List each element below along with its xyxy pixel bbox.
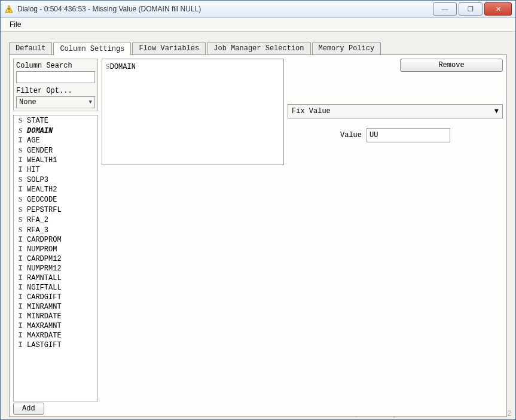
add-button-row: Add <box>13 401 98 413</box>
column-item[interactable]: SSOLP3 <box>14 175 97 185</box>
integer-type-icon: I <box>16 136 25 145</box>
close-icon: ✕ <box>496 5 501 13</box>
left-pane: Column Search Filter Opt... None ▼ SSTAT… <box>13 59 98 413</box>
config-controls: Remove Fix Value ▼ Value <box>288 59 503 165</box>
column-search-label: Column Search <box>16 62 95 70</box>
warning-icon <box>4 4 14 14</box>
column-item[interactable]: SRFA_2 <box>14 215 97 225</box>
string-type-icon: S <box>16 195 25 204</box>
tab-column-settings[interactable]: Column Settings <box>53 42 131 55</box>
column-name: PEPSTRFL <box>27 206 62 214</box>
filter-options-combo[interactable]: None ▼ <box>16 96 95 108</box>
add-button[interactable]: Add <box>13 403 44 415</box>
close-button[interactable]: ✕ <box>484 2 512 16</box>
remove-button[interactable]: Remove <box>400 59 503 72</box>
string-type-icon: S <box>16 126 25 135</box>
chevron-down-icon: ▼ <box>89 99 92 105</box>
integer-type-icon: I <box>16 331 25 340</box>
tab-memory-policy[interactable]: Memory Policy <box>312 42 381 54</box>
column-item[interactable]: IMINRDATE <box>14 312 97 321</box>
svg-rect-1 <box>8 8 9 10</box>
string-type-icon: S <box>16 215 25 224</box>
value-row: Value <box>288 128 503 142</box>
column-item[interactable]: IHIT <box>14 165 97 175</box>
string-type-icon: S <box>16 116 25 125</box>
integer-type-icon: I <box>16 303 25 311</box>
column-item[interactable]: SGENDER <box>14 145 97 156</box>
column-item[interactable]: SGEOCODE <box>14 194 97 205</box>
column-name: NGIFTALL <box>27 284 62 292</box>
integer-type-icon: I <box>16 284 25 292</box>
column-item[interactable]: SRFA_3 <box>14 225 97 235</box>
integer-type-icon: I <box>16 156 25 165</box>
spacer <box>102 169 503 413</box>
menubar: File <box>1 18 515 32</box>
integer-type-icon: I <box>16 264 25 273</box>
tab-default[interactable]: Default <box>9 42 52 54</box>
column-name: GEOCODE <box>27 196 57 204</box>
value-input[interactable] <box>367 128 450 142</box>
selected-columns-box[interactable]: SDOMAIN <box>102 59 284 165</box>
column-item[interactable]: IAGE <box>14 136 97 145</box>
integer-type-icon: I <box>16 322 25 330</box>
chevron-down-icon: ▼ <box>494 107 499 115</box>
filter-options-label: Filter Opt... <box>16 87 95 95</box>
column-item[interactable]: ILASTGIFT <box>14 340 97 350</box>
integer-type-icon: I <box>16 293 25 302</box>
menu-file[interactable]: File <box>4 19 26 31</box>
column-name: WEALTH1 <box>27 156 57 165</box>
column-name: MINRDATE <box>27 312 62 321</box>
column-item[interactable]: ICARDGIFT <box>14 293 97 302</box>
column-item[interactable]: IWEALTH1 <box>14 156 97 165</box>
dialog-window: Dialog - 0:504:436:53 - Missing Value (D… <box>0 0 516 420</box>
column-name: CARDGIFT <box>27 293 62 302</box>
column-item[interactable]: INUMPRM12 <box>14 264 97 273</box>
column-item[interactable]: IMAXRDATE <box>14 331 97 340</box>
selected-column-name: DOMAIN <box>110 63 136 71</box>
tab-job-manager[interactable]: Job Manager Selection <box>207 42 310 54</box>
column-item[interactable]: SDOMAIN <box>14 126 97 136</box>
column-name: WEALTH2 <box>27 185 57 194</box>
column-item[interactable]: SSTATE <box>14 115 97 126</box>
column-name: LASTGIFT <box>27 341 62 349</box>
integer-type-icon: I <box>16 245 25 254</box>
column-name: NUMPROM <box>27 245 57 254</box>
strategy-label: Fix Value <box>292 107 331 115</box>
string-type-icon: S <box>16 146 25 155</box>
column-item[interactable]: IMAXRAMNT <box>14 321 97 331</box>
maximize-button[interactable]: ❐ <box>459 2 483 16</box>
integer-type-icon: I <box>16 236 25 244</box>
titlebar: Dialog - 0:504:436:53 - Missing Value (D… <box>1 1 515 18</box>
tab-body: Column Search Filter Opt... None ▼ SSTAT… <box>9 54 507 417</box>
minimize-button[interactable]: — <box>433 2 457 16</box>
column-name: MAXRDATE <box>27 331 62 340</box>
column-name: NUMPRM12 <box>27 264 62 273</box>
column-item[interactable]: IWEALTH2 <box>14 185 97 194</box>
column-item[interactable]: ICARDPM12 <box>14 254 97 264</box>
selected-column-item[interactable]: SDOMAIN <box>105 62 281 72</box>
column-item[interactable]: SPEPSTRFL <box>14 205 97 215</box>
integer-type-icon: I <box>16 166 25 174</box>
client-area: Default Column Settings Flow Variables J… <box>1 32 515 420</box>
column-name: CARDPM12 <box>27 255 62 263</box>
strategy-combo[interactable]: Fix Value ▼ <box>288 104 503 118</box>
integer-type-icon: I <box>16 255 25 263</box>
column-item[interactable]: INUMPROM <box>14 245 97 254</box>
column-list[interactable]: SSTATESDOMAINIAGESGENDERIWEALTH1IHITSSOL… <box>13 115 98 401</box>
column-name: RFA_2 <box>27 216 48 224</box>
string-type-icon: S <box>16 205 25 214</box>
column-name: DOMAIN <box>27 127 53 135</box>
column-name: MAXRAMNT <box>27 322 62 330</box>
window-buttons: — ❐ ✕ <box>431 2 512 16</box>
column-item[interactable]: INGIFTALL <box>14 283 97 293</box>
column-settings-panel: Column Search Filter Opt... None ▼ SSTAT… <box>13 59 503 413</box>
column-search-input[interactable] <box>16 71 95 83</box>
column-item[interactable]: IMINRAMNT <box>14 302 97 312</box>
integer-type-icon: I <box>16 312 25 321</box>
column-item[interactable]: IRAMNTALL <box>14 273 97 283</box>
column-item[interactable]: ICARDPROM <box>14 235 97 245</box>
column-search-panel: Column Search Filter Opt... None ▼ <box>13 59 98 111</box>
tab-flow-variables[interactable]: Flow Variables <box>132 42 206 54</box>
tabstrip: Default Column Settings Flow Variables J… <box>9 40 507 54</box>
column-name: STATE <box>27 117 48 125</box>
